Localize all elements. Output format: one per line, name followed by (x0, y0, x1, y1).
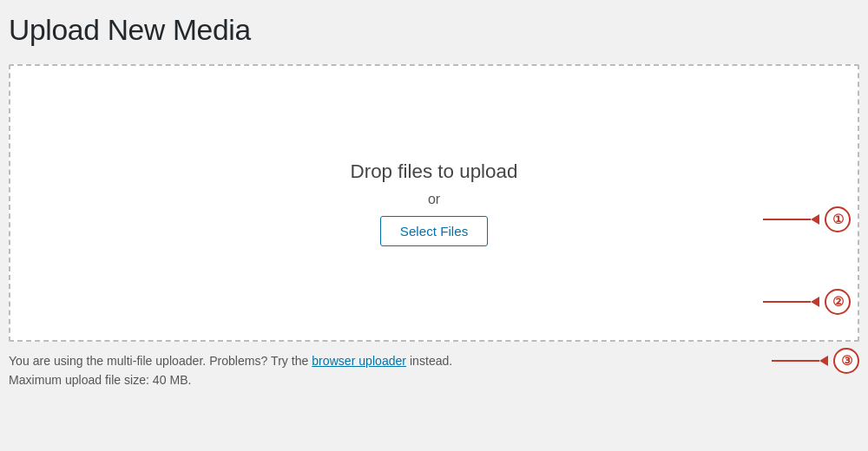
max-upload-text: Maximum upload file size: 40 MB. (9, 373, 773, 387)
annotation-circle-1: ① (825, 206, 851, 232)
upload-dropzone[interactable]: Drop files to upload or Select Files ① ② (9, 64, 859, 342)
page-title: Upload New Media (9, 14, 859, 47)
annotation-arrow-1 (763, 214, 819, 225)
annotation-arrow-2 (763, 297, 819, 307)
footer-section: You are using the multi-file uploader. P… (9, 354, 859, 387)
upload-content: Drop files to upload or Select Files (351, 160, 518, 246)
drop-files-text: Drop files to upload (351, 160, 518, 183)
annotation-arrow-3: ③ (772, 348, 859, 374)
browser-uploader-link[interactable]: browser uploader (312, 354, 406, 368)
annotation-circle-2: ② (825, 289, 851, 315)
or-separator: or (428, 192, 440, 207)
select-files-button[interactable]: Select Files (380, 216, 489, 246)
multi-file-uploader-text: You are using the multi-file uploader. P… (9, 354, 452, 368)
